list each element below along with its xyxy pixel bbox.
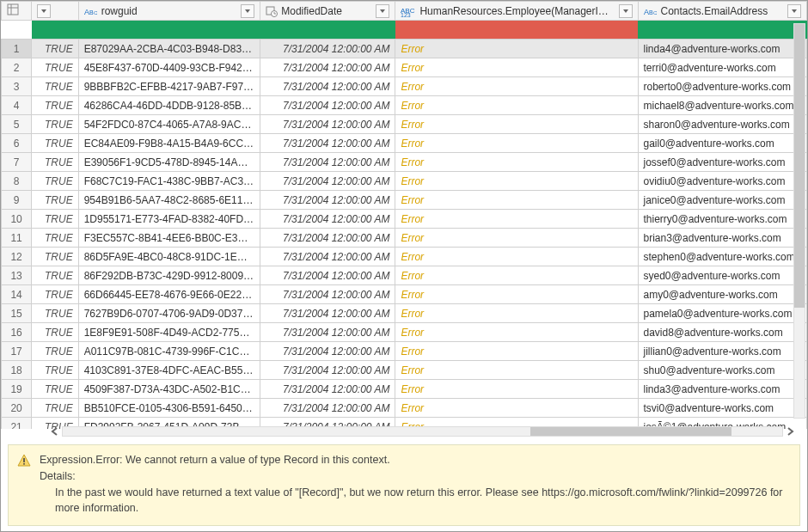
table-row[interactable]: 19TRUE4509F387-D73A-43DC-A502-B1C27AA1D.… [2,380,807,399]
cell-email[interactable]: sharon0@adventure-works.com [638,115,807,134]
cell-bool[interactable]: TRUE [32,172,78,191]
cell-email[interactable]: linda3@adventure-works.com [638,380,807,399]
table-row[interactable]: 14TRUE66D66445-EE78-4676-9E66-0E22D6109A… [2,285,807,304]
cell-email[interactable]: terri0@adventure-works.com [638,58,807,77]
scroll-left-icon[interactable] [48,425,62,438]
cell-rowguid[interactable]: 7627B9D6-0707-4706-9AD9-0D37506B0... [78,304,260,323]
cell-bool[interactable]: TRUE [32,399,78,418]
cell-modifieddate[interactable]: 7/31/2004 12:00:00 AM [260,361,395,380]
table-row[interactable]: 3TRUE9BBBFB2C-EFBB-4217-9AB7-F976893288.… [2,77,807,96]
cell-email[interactable]: jillian0@adventure-works.com [638,342,807,361]
cell-bool[interactable]: TRUE [32,323,78,342]
cell-email[interactable]: brian3@adventure-works.com [638,229,807,248]
cell-rowguid[interactable]: 9BBBFB2C-EFBB-4217-9AB7-F976893288... [78,77,260,96]
column-header-email[interactable]: ABC Contacts.EmailAddress [638,2,807,21]
cell-email[interactable]: shu0@adventure-works.com [638,361,807,380]
cell-email[interactable]: syed0@adventure-works.com [638,266,807,285]
filter-dropdown-icon[interactable] [787,4,801,18]
cell-bool[interactable]: TRUE [32,342,78,361]
table-row[interactable]: 20TRUEBB510FCE-0105-4306-B591-6450D9EBF4… [2,399,807,418]
cell-modifieddate[interactable]: 7/31/2004 12:00:00 AM [260,96,395,115]
cell-title-error[interactable]: Error [395,266,638,285]
cell-title-error[interactable]: Error [395,210,638,229]
cell-bool[interactable]: TRUE [32,58,78,77]
filter-dropdown-icon[interactable] [619,4,633,18]
cell-rowguid[interactable]: EC84AE09-F9B8-4A15-B4A9-6CCBAB919... [78,134,260,153]
scroll-track[interactable] [62,426,783,437]
cell-email[interactable]: ovidiu0@adventure-works.com [638,172,807,191]
scroll-right-icon[interactable] [783,425,797,438]
cell-rowguid[interactable]: 66D66445-EE78-4676-9E66-0E22D6109A... [78,285,260,304]
cell-bool[interactable]: TRUE [32,96,78,115]
vertical-scrollbar[interactable] [793,23,805,419]
table-row[interactable]: 11TRUEF3EC557C-8B41-4EE6-BB0C-E3B93AFF81… [2,229,807,248]
corner-cell[interactable] [2,2,32,21]
row-number[interactable]: 20 [2,399,32,418]
cell-title-error[interactable]: Error [395,361,638,380]
cell-rowguid[interactable]: 45E8F437-670D-4409-93CB-F9424A40D... [78,58,260,77]
cell-email[interactable]: amy0@adventure-works.com [638,285,807,304]
cell-modifieddate[interactable]: 7/31/2004 12:00:00 AM [260,210,395,229]
table-row[interactable]: 16TRUE1E8F9E91-508F-4D49-ACD2-775C836030… [2,323,807,342]
cell-title-error[interactable]: Error [395,342,638,361]
row-number[interactable]: 7 [2,153,32,172]
row-number[interactable]: 5 [2,115,32,134]
cell-rowguid[interactable]: F3EC557C-8B41-4EE6-BB0C-E3B93AFF81... [78,229,260,248]
table-row[interactable]: 2TRUE45E8F437-670D-4409-93CB-F9424A40D..… [2,58,807,77]
cell-title-error[interactable]: Error [395,399,638,418]
cell-bool[interactable]: TRUE [32,210,78,229]
table-row[interactable]: 8TRUEF68C7C19-FAC1-438C-9BB7-AC33FCC34..… [2,172,807,191]
cell-modifieddate[interactable]: 7/31/2004 12:00:00 AM [260,229,395,248]
cell-title-error[interactable]: Error [395,380,638,399]
table-row[interactable]: 1TRUEE87029AA-2CBA-4C03-B948-D83AF0313..… [2,40,807,58]
cell-rowguid[interactable]: 54F2FDC0-87C4-4065-A7A8-9AC8EA624... [78,115,260,134]
scroll-thumb[interactable] [530,427,731,436]
table-row[interactable]: 6TRUEEC84AE09-F9B8-4A15-B4A9-6CCBAB919..… [2,134,807,153]
cell-bool[interactable]: TRUE [32,380,78,399]
cell-bool[interactable]: TRUE [32,134,78,153]
cell-modifieddate[interactable]: 7/31/2004 12:00:00 AM [260,134,395,153]
cell-title-error[interactable]: Error [395,134,638,153]
cell-rowguid[interactable]: E87029AA-2CBA-4C03-B948-D83AF0313... [78,40,260,58]
row-number[interactable]: 16 [2,323,32,342]
cell-modifieddate[interactable]: 7/31/2004 12:00:00 AM [260,342,395,361]
cell-bool[interactable]: TRUE [32,40,78,58]
cell-rowguid[interactable]: A011C97B-081C-4739-996F-C1CAC4532F... [78,342,260,361]
table-row[interactable]: 13TRUE86F292DB-B73C-429D-9912-800994D80.… [2,266,807,285]
cell-modifieddate[interactable]: 7/31/2004 12:00:00 AM [260,172,395,191]
cell-rowguid[interactable]: 4103C891-37E8-4DFC-AEAC-B55E2BC1B... [78,361,260,380]
table-row[interactable]: 12TRUE86D5FA9E-4BC0-48C8-91DC-1EC467418.… [2,248,807,266]
row-number[interactable]: 19 [2,380,32,399]
cell-rowguid[interactable]: E39056F1-9CD5-478D-8945-14ACA7FBD... [78,153,260,172]
cell-title-error[interactable]: Error [395,191,638,210]
cell-bool[interactable]: TRUE [32,304,78,323]
row-number[interactable]: 8 [2,172,32,191]
row-number[interactable]: 13 [2,266,32,285]
row-number[interactable]: 9 [2,191,32,210]
cell-bool[interactable]: TRUE [32,191,78,210]
cell-email[interactable]: david8@adventure-works.com [638,323,807,342]
cell-modifieddate[interactable]: 7/31/2004 12:00:00 AM [260,153,395,172]
table-row[interactable]: 18TRUE4103C891-37E8-4DFC-AEAC-B55E2BC1B.… [2,361,807,380]
cell-modifieddate[interactable]: 7/31/2004 12:00:00 AM [260,58,395,77]
cell-bool[interactable]: TRUE [32,153,78,172]
cell-bool[interactable]: TRUE [32,266,78,285]
cell-rowguid[interactable]: F68C7C19-FAC1-438C-9BB7-AC33FCC34... [78,172,260,191]
cell-title-error[interactable]: Error [395,153,638,172]
row-number[interactable]: 4 [2,96,32,115]
cell-modifieddate[interactable]: 7/31/2004 12:00:00 AM [260,248,395,266]
cell-email[interactable]: stephen0@adventure-works.com [638,248,807,266]
row-number[interactable]: 21 [2,418,32,430]
filter-dropdown-icon[interactable] [37,4,51,18]
cell-email[interactable]: linda4@adventure-works.com [638,40,807,58]
filter-dropdown-icon[interactable] [376,4,389,18]
cell-bool[interactable]: TRUE [32,229,78,248]
cell-title-error[interactable]: Error [395,248,638,266]
cell-title-error[interactable]: Error [395,229,638,248]
cell-bool[interactable]: TRUE [32,248,78,266]
cell-email[interactable]: janice0@adventure-works.com [638,191,807,210]
cell-email[interactable]: roberto0@adventure-works.com [638,77,807,96]
table-row[interactable]: 4TRUE46286CA4-46DD-4DDB-9128-85B67E98D..… [2,96,807,115]
row-number[interactable]: 11 [2,229,32,248]
cell-email[interactable]: pamela0@adventure-works.com [638,304,807,323]
